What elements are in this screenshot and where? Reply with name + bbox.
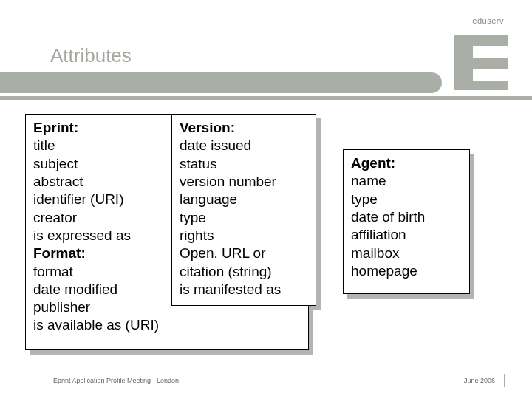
footer-right: June 2006 bbox=[464, 377, 495, 384]
footer-left: Eprint Application Profile Meeting - Lon… bbox=[53, 377, 179, 384]
version-heading: Version: bbox=[180, 119, 308, 137]
agent-attr: name bbox=[351, 172, 462, 190]
format-attr: is available as (URI) bbox=[33, 316, 301, 334]
agent-attr: date of birth bbox=[351, 208, 462, 226]
version-attr: type bbox=[180, 209, 308, 227]
agent-box: Agent: name type date of birth affiliati… bbox=[343, 149, 470, 294]
version-attr: version number bbox=[180, 173, 308, 191]
version-attr: date issued bbox=[180, 137, 308, 154]
title-bar-thin bbox=[0, 96, 532, 100]
version-attr: rights bbox=[180, 227, 308, 245]
brand-logo bbox=[454, 35, 508, 90]
version-attr: citation (string) bbox=[180, 263, 308, 281]
agent-attr: homepage bbox=[351, 262, 462, 280]
agent-attr: mailbox bbox=[351, 245, 462, 262]
agent-attr: type bbox=[351, 191, 462, 208]
agent-heading: Agent: bbox=[351, 154, 462, 172]
version-box: Version: date issued status version numb… bbox=[171, 114, 316, 306]
brand-label: eduserv bbox=[472, 16, 504, 25]
content-area: Eprint: title subject abstract identifie… bbox=[24, 109, 508, 362]
version-attr: is manifested as bbox=[180, 281, 308, 299]
version-attr: Open. URL or bbox=[180, 245, 308, 262]
version-attr: status bbox=[180, 155, 308, 173]
version-attr: language bbox=[180, 191, 308, 208]
page-title: Attributes bbox=[50, 44, 132, 67]
title-bar bbox=[0, 72, 442, 93]
footer-tick bbox=[504, 374, 505, 387]
agent-attr: affiliation bbox=[351, 226, 462, 244]
